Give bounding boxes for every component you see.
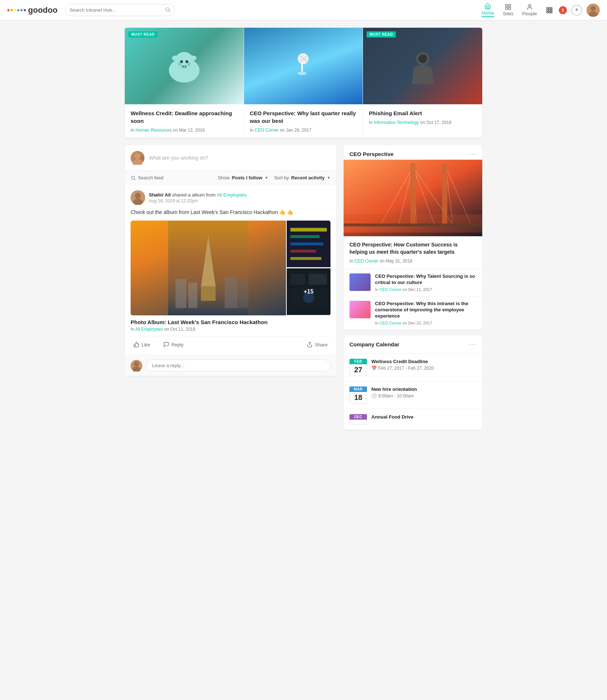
reply-button[interactable]: Reply [161,340,186,349]
logo-text: goodoo [28,5,58,15]
hero-meta-0: In Human Resources on Mar 12, 2016 [131,128,238,133]
svg-rect-8 [549,7,550,9]
hero-img-2: MUST READ [363,28,482,104]
post-album-meta: In All Employees on Oct 11, 2018 [131,327,330,332]
svg-point-29 [189,55,196,61]
svg-point-28 [172,55,179,61]
nav-home-label: Home [482,10,494,16]
cal-event-info-0: Wellness Credit Deadline 📅 Feb 27, 2017 … [371,359,476,371]
svg-rect-5 [506,8,507,9]
ceo-list-item-0[interactable]: CEO Perspective: Why Talent Sourcing is … [344,269,482,296]
post-album-title[interactable]: Photo Album: Last Week's San Francisco H… [131,319,330,325]
svg-line-40 [134,179,135,180]
post-album-category[interactable]: All Employees [135,327,163,332]
hero-category-1[interactable]: CEO Corner [255,128,279,133]
svg-rect-55 [290,242,323,245]
reply-input[interactable] [146,359,330,372]
search-feed-label: Search feed [138,175,163,180]
svg-point-42 [135,193,141,199]
post-actions: Like Reply Share [131,336,330,349]
svg-rect-78 [344,214,482,233]
ceo-main-category[interactable]: CEO Corner [354,258,378,264]
search-input[interactable] [65,4,174,16]
svg-rect-50 [225,277,237,308]
cal-day-0: 27 [349,364,367,376]
post-header: Shahir Ali shared a album from All Emplo… [131,190,330,205]
svg-point-6 [529,4,531,7]
hero-card-1[interactable]: CEO Perspective: Why last quarter really… [244,28,363,138]
nav-home[interactable]: Home [482,3,494,17]
post-author-name[interactable]: Shahir Ali [149,192,171,198]
grid-icon[interactable] [544,5,554,15]
sort-chevron[interactable]: ▼ [327,176,330,180]
hero-card-2[interactable]: MUST READ Phishing Email Alert In Inform… [363,28,482,138]
calendar-event-1[interactable]: MAR 18 New hire orientation 🕐 9:00am - 1… [344,381,482,409]
ceo-list-item-1[interactable]: CEO Perspective: Why this intranet is th… [344,296,482,330]
cal-event-meta-0: 📅 Feb 27, 2017 - Feb 27, 2020 [371,366,476,371]
ceo-main-meta: In CEO Corner on May 31, 2018 [344,258,482,269]
svg-rect-11 [549,9,550,11]
nav-people[interactable]: People [522,4,537,16]
ceo-item-category-1[interactable]: CEO Corner [379,321,402,325]
calendar-event-0[interactable]: FEB 27 Wellness Credit Deadline 📅 Feb 27… [344,354,482,381]
hero-title-0: Wellness Credit: Deadline approaching so… [131,109,238,125]
ceo-hero-img[interactable] [344,163,482,236]
ceo-item-meta-0: In CEO Corner on Dec 11, 2017 [375,287,476,292]
svg-point-27 [185,66,186,67]
compose-area: What are you working on? [125,145,336,171]
post-images: +15 [131,221,330,315]
svg-rect-51 [238,281,248,308]
reply-label: Reply [171,342,183,347]
hero-img-1 [244,28,363,104]
cal-date-1: MAR 18 [349,386,367,404]
right-col: CEO Perspective ··· [344,145,482,430]
hero-category-2[interactable]: Information Technology [374,120,419,125]
nav-sites[interactable]: Sites [503,4,514,16]
svg-rect-57 [290,257,321,260]
user-avatar[interactable] [587,4,600,17]
reply-avatar [131,360,142,372]
cal-event-meta-1: 🕐 9:00am - 10:00am [371,393,476,398]
must-read-badge-0: MUST READ [128,31,158,38]
post-action: shared a album from [172,192,216,198]
logo-dots [7,9,26,11]
svg-point-38 [132,159,143,165]
ceo-item-info-0: CEO Perspective: Why Talent Sourcing is … [375,273,476,292]
calendar-widget-menu[interactable]: ··· [469,341,476,348]
svg-rect-7 [547,7,548,9]
post-text: Check out the album from Last Week's San… [131,209,330,216]
hero-cards: MUST READ Wellness Credit: Deadline appr… [125,28,482,138]
ceo-item-category-0[interactable]: CEO Corner [379,287,402,292]
hero-title-2: Phishing Email Alert [369,109,476,117]
cal-day-2 [349,420,367,424]
search-feed[interactable]: Search feed [131,175,163,180]
hero-meta-1: In CEO Corner on Jan 26, 2017 [250,128,357,133]
posts-filter-chevron[interactable]: ▼ [264,176,268,180]
svg-rect-47 [201,286,216,301]
post-item: Shahir Ali shared a album from All Emplo… [125,184,336,355]
ceo-widget-menu[interactable]: ··· [469,150,476,158]
post-group[interactable]: All Employees [217,192,247,198]
cal-month-1: MAR [349,386,367,392]
ceo-widget-title: CEO Perspective [349,151,394,157]
posts-filter[interactable]: Posts I follow [232,175,262,180]
cal-icon-0: 📅 [371,366,377,371]
notification-badge[interactable]: 5 [559,6,567,14]
add-button[interactable]: + [571,5,582,16]
logo[interactable]: goodoo [7,5,58,15]
hero-card-0[interactable]: MUST READ Wellness Credit: Deadline appr… [125,28,244,138]
share-button[interactable]: Share [304,340,330,349]
svg-rect-54 [290,235,320,238]
post-meta: Shahir Ali shared a album from All Emplo… [149,192,330,203]
post-img-side-1 [287,221,330,267]
sort-value[interactable]: Recent activity [291,175,325,180]
cal-date-2: DEC [349,414,367,424]
svg-point-24 [185,60,188,63]
user-avatar-img [587,4,600,17]
compose-input[interactable]: What are you working on? [149,155,330,161]
ceo-main-title[interactable]: CEO Perspective: How Customer Success is… [344,236,482,258]
hero-img-piggy [125,28,244,104]
calendar-event-2[interactable]: DEC Annual Food Drive [344,409,482,430]
hero-category-0[interactable]: Human Resources [135,128,171,133]
like-button[interactable]: Like [131,340,153,349]
